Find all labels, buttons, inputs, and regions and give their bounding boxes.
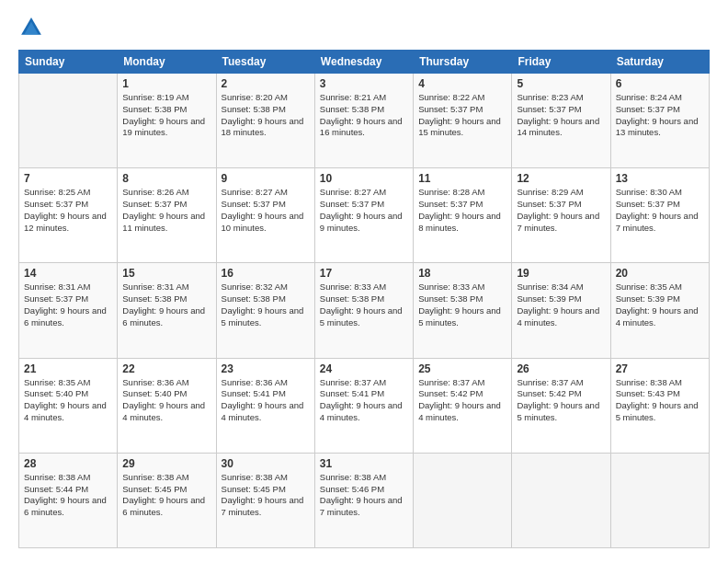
calendar-body: 1Sunrise: 8:19 AMSunset: 5:38 PMDaylight…: [19, 74, 710, 548]
week-row-2: 14Sunrise: 8:31 AMSunset: 5:37 PMDayligh…: [19, 263, 710, 358]
day-number: 10: [320, 172, 408, 185]
day-number: 8: [122, 172, 210, 185]
day-cell: 16Sunrise: 8:32 AMSunset: 5:38 PMDayligh…: [216, 263, 314, 358]
day-cell: 20Sunrise: 8:35 AMSunset: 5:39 PMDayligh…: [610, 263, 709, 358]
day-number: 29: [122, 457, 210, 470]
day-number: 1: [122, 77, 210, 90]
day-cell: 24Sunrise: 8:37 AMSunset: 5:41 PMDayligh…: [314, 358, 413, 453]
day-number: 5: [517, 77, 605, 90]
day-info: Sunrise: 8:31 AMSunset: 5:37 PMDaylight:…: [24, 282, 112, 328]
day-number: 9: [222, 172, 310, 185]
day-number: 30: [222, 457, 310, 470]
day-info: Sunrise: 8:37 AMSunset: 5:42 PMDaylight:…: [517, 377, 605, 424]
day-info: Sunrise: 8:35 AMSunset: 5:40 PMDaylight:…: [24, 377, 112, 424]
day-cell: 10Sunrise: 8:27 AMSunset: 5:37 PMDayligh…: [314, 168, 413, 263]
day-number: 13: [616, 172, 704, 185]
logo: [18, 15, 48, 40]
day-cell: 29Sunrise: 8:38 AMSunset: 5:45 PMDayligh…: [118, 453, 216, 547]
day-cell: 6Sunrise: 8:24 AMSunset: 5:37 PMDaylight…: [610, 74, 709, 168]
day-number: 28: [24, 457, 112, 470]
day-cell: 25Sunrise: 8:37 AMSunset: 5:42 PMDayligh…: [414, 358, 512, 453]
day-cell: 12Sunrise: 8:29 AMSunset: 5:37 PMDayligh…: [512, 168, 610, 263]
day-number: 16: [222, 267, 310, 280]
day-info: Sunrise: 8:38 AMSunset: 5:45 PMDaylight:…: [122, 472, 210, 519]
day-number: 19: [517, 267, 605, 280]
day-cell: 15Sunrise: 8:31 AMSunset: 5:38 PMDayligh…: [118, 263, 216, 358]
day-number: 23: [222, 362, 310, 375]
day-info: Sunrise: 8:37 AMSunset: 5:41 PMDaylight:…: [320, 377, 408, 424]
day-cell: 19Sunrise: 8:34 AMSunset: 5:39 PMDayligh…: [512, 263, 610, 358]
day-cell: 21Sunrise: 8:35 AMSunset: 5:40 PMDayligh…: [19, 358, 118, 453]
day-cell: 30Sunrise: 8:38 AMSunset: 5:45 PMDayligh…: [216, 453, 314, 547]
day-cell: 23Sunrise: 8:36 AMSunset: 5:41 PMDayligh…: [216, 358, 314, 453]
day-number: 21: [24, 362, 112, 375]
day-info: Sunrise: 8:25 AMSunset: 5:37 PMDaylight:…: [24, 187, 112, 234]
day-info: Sunrise: 8:22 AMSunset: 5:37 PMDaylight:…: [418, 92, 506, 139]
week-row-0: 1Sunrise: 8:19 AMSunset: 5:38 PMDaylight…: [19, 74, 710, 168]
week-row-4: 28Sunrise: 8:38 AMSunset: 5:44 PMDayligh…: [19, 453, 710, 547]
day-info: Sunrise: 8:38 AMSunset: 5:46 PMDaylight:…: [320, 472, 408, 519]
day-number: 7: [24, 172, 112, 185]
day-cell: 27Sunrise: 8:38 AMSunset: 5:43 PMDayligh…: [610, 358, 709, 453]
calendar-header: SundayMondayTuesdayWednesdayThursdayFrid…: [19, 51, 710, 74]
day-info: Sunrise: 8:38 AMSunset: 5:45 PMDaylight:…: [222, 472, 310, 519]
day-info: Sunrise: 8:23 AMSunset: 5:37 PMDaylight:…: [517, 92, 605, 139]
day-number: 17: [320, 267, 408, 280]
weekday-row: SundayMondayTuesdayWednesdayThursdayFrid…: [19, 51, 710, 74]
day-info: Sunrise: 8:27 AMSunset: 5:37 PMDaylight:…: [320, 187, 408, 234]
day-info: Sunrise: 8:27 AMSunset: 5:37 PMDaylight:…: [222, 187, 310, 234]
weekday-header-thursday: Thursday: [414, 51, 512, 74]
day-cell: 2Sunrise: 8:20 AMSunset: 5:38 PMDaylight…: [216, 74, 314, 168]
day-cell: 17Sunrise: 8:33 AMSunset: 5:38 PMDayligh…: [314, 263, 413, 358]
day-info: Sunrise: 8:28 AMSunset: 5:37 PMDaylight:…: [418, 187, 506, 234]
day-cell: 22Sunrise: 8:36 AMSunset: 5:40 PMDayligh…: [118, 358, 216, 453]
day-cell: [414, 453, 512, 547]
day-cell: 26Sunrise: 8:37 AMSunset: 5:42 PMDayligh…: [512, 358, 610, 453]
day-info: Sunrise: 8:21 AMSunset: 5:38 PMDaylight:…: [320, 92, 408, 139]
day-number: 22: [122, 362, 210, 375]
day-cell: 1Sunrise: 8:19 AMSunset: 5:38 PMDaylight…: [118, 74, 216, 168]
day-number: 26: [517, 362, 605, 375]
day-number: 3: [320, 77, 408, 90]
day-cell: 11Sunrise: 8:28 AMSunset: 5:37 PMDayligh…: [414, 168, 512, 263]
day-number: 31: [320, 457, 408, 470]
day-cell: 28Sunrise: 8:38 AMSunset: 5:44 PMDayligh…: [19, 453, 118, 547]
day-info: Sunrise: 8:33 AMSunset: 5:38 PMDaylight:…: [320, 282, 408, 328]
day-info: Sunrise: 8:34 AMSunset: 5:39 PMDaylight:…: [517, 282, 605, 328]
page: SundayMondayTuesdayWednesdayThursdayFrid…: [0, 0, 728, 563]
day-cell: 9Sunrise: 8:27 AMSunset: 5:37 PMDaylight…: [216, 168, 314, 263]
day-cell: 13Sunrise: 8:30 AMSunset: 5:37 PMDayligh…: [610, 168, 709, 263]
day-cell: 7Sunrise: 8:25 AMSunset: 5:37 PMDaylight…: [19, 168, 118, 263]
day-number: 18: [418, 267, 506, 280]
day-number: 25: [418, 362, 506, 375]
day-cell: [512, 453, 610, 547]
day-number: 11: [418, 172, 506, 185]
day-number: 24: [320, 362, 408, 375]
day-info: Sunrise: 8:33 AMSunset: 5:38 PMDaylight:…: [418, 282, 506, 328]
day-number: 6: [616, 77, 704, 90]
weekday-header-monday: Monday: [118, 51, 216, 74]
day-info: Sunrise: 8:29 AMSunset: 5:37 PMDaylight:…: [517, 187, 605, 234]
weekday-header-sunday: Sunday: [19, 51, 118, 74]
calendar-table: SundayMondayTuesdayWednesdayThursdayFrid…: [18, 50, 710, 548]
day-number: 2: [222, 77, 310, 90]
day-info: Sunrise: 8:35 AMSunset: 5:39 PMDaylight:…: [616, 282, 704, 328]
day-info: Sunrise: 8:30 AMSunset: 5:37 PMDaylight:…: [616, 187, 704, 234]
day-info: Sunrise: 8:38 AMSunset: 5:44 PMDaylight:…: [24, 472, 112, 519]
day-info: Sunrise: 8:24 AMSunset: 5:37 PMDaylight:…: [616, 92, 704, 139]
weekday-header-tuesday: Tuesday: [216, 51, 314, 74]
day-info: Sunrise: 8:26 AMSunset: 5:37 PMDaylight:…: [122, 187, 210, 234]
day-cell: 18Sunrise: 8:33 AMSunset: 5:38 PMDayligh…: [414, 263, 512, 358]
day-number: 27: [616, 362, 704, 375]
header: [18, 15, 710, 40]
day-cell: 5Sunrise: 8:23 AMSunset: 5:37 PMDaylight…: [512, 74, 610, 168]
day-cell: [610, 453, 709, 547]
day-cell: 4Sunrise: 8:22 AMSunset: 5:37 PMDaylight…: [414, 74, 512, 168]
day-number: 4: [418, 77, 506, 90]
weekday-header-friday: Friday: [512, 51, 610, 74]
day-info: Sunrise: 8:36 AMSunset: 5:41 PMDaylight:…: [222, 377, 310, 424]
day-info: Sunrise: 8:32 AMSunset: 5:38 PMDaylight:…: [222, 282, 310, 328]
day-info: Sunrise: 8:19 AMSunset: 5:38 PMDaylight:…: [122, 92, 210, 139]
day-info: Sunrise: 8:20 AMSunset: 5:38 PMDaylight:…: [222, 92, 310, 139]
logo-icon: [18, 15, 44, 40]
